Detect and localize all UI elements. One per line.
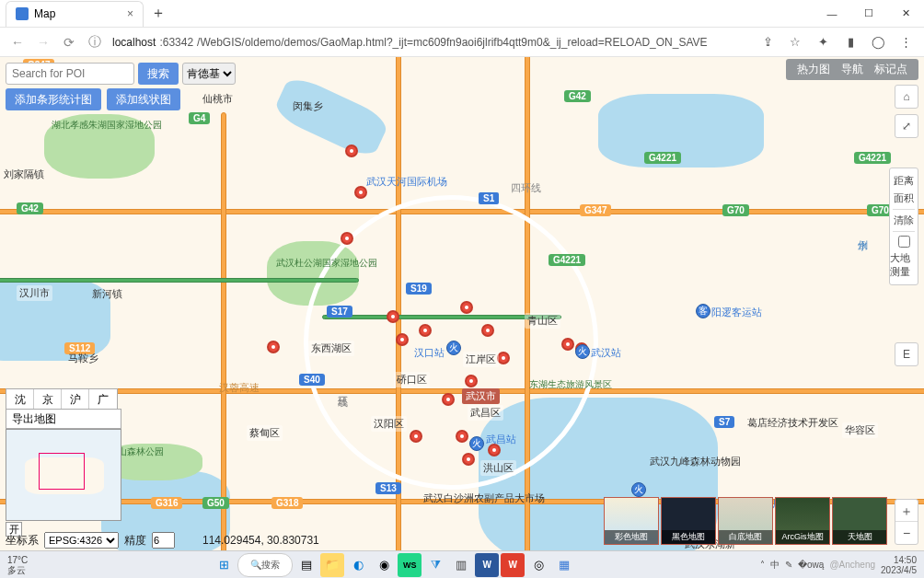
wps-icon[interactable]: W bbox=[501, 553, 525, 577]
fullscreen-button[interactable]: ⤢ bbox=[895, 114, 918, 138]
app2-icon[interactable]: ◎ bbox=[526, 553, 550, 577]
label-wuchang-sta: 武昌站 bbox=[486, 433, 516, 446]
crs-select[interactable]: EPSG:4326 bbox=[44, 532, 119, 549]
locate-button[interactable]: ⌂ bbox=[895, 85, 918, 109]
poi-marker[interactable] bbox=[460, 301, 473, 314]
label-qingshan: 青山区 bbox=[525, 313, 560, 329]
label-caidian: 蔡甸区 bbox=[247, 425, 283, 441]
poi-marker[interactable] bbox=[419, 324, 432, 337]
search-button[interactable]: 搜索 bbox=[138, 63, 179, 85]
label-airport: 武汉天河国际机场 bbox=[366, 175, 447, 189]
poi-marker[interactable] bbox=[465, 375, 478, 387]
close-window-button[interactable]: ✕ bbox=[887, 0, 924, 28]
basemap-dark[interactable]: 黑色地图 bbox=[661, 497, 716, 545]
edge-icon[interactable]: ◐ bbox=[346, 553, 370, 577]
export-map-button[interactable]: 导出地图 bbox=[6, 409, 121, 429]
explorer-icon[interactable]: 📁 bbox=[320, 553, 344, 577]
search-input[interactable] bbox=[6, 63, 134, 85]
city-tab-shenyang[interactable]: 沈 bbox=[6, 389, 34, 410]
measure-area[interactable]: 面积 bbox=[894, 190, 914, 207]
station-hankou[interactable]: 火 bbox=[446, 341, 461, 355]
city-tab-beijing[interactable]: 京 bbox=[34, 389, 62, 410]
top-nav: 热力图 导航 标记点 bbox=[786, 59, 918, 80]
poi-marker[interactable] bbox=[387, 310, 399, 323]
basemap-color[interactable]: 彩色地图 bbox=[604, 497, 659, 545]
word-icon[interactable]: W bbox=[475, 553, 499, 577]
label-liujiage: 刘家隔镇 bbox=[4, 168, 44, 181]
poi-marker[interactable] bbox=[354, 186, 367, 199]
station-transfer[interactable]: 火 bbox=[631, 482, 646, 497]
reader-icon[interactable]: ▮ bbox=[841, 35, 860, 49]
site-info-icon[interactable]: ⓘ bbox=[87, 34, 103, 51]
add-line-feature-button[interactable]: 添加线状图 bbox=[107, 88, 180, 110]
zoom-out-button[interactable]: − bbox=[895, 522, 918, 544]
poi-marker[interactable] bbox=[462, 453, 475, 466]
minimize-button[interactable]: — bbox=[814, 0, 850, 28]
bus-station-yangluo[interactable]: 客 bbox=[696, 304, 710, 318]
nav-heatmap[interactable]: 热力图 bbox=[797, 62, 830, 77]
wifi-icon[interactable]: �ową bbox=[798, 560, 824, 570]
taskbar-search[interactable]: 🔍 搜索 bbox=[237, 553, 293, 577]
webstorm-icon[interactable]: WS bbox=[398, 553, 422, 577]
shield-g316: G316 bbox=[151, 497, 182, 509]
poi-marker[interactable] bbox=[442, 393, 455, 406]
start-button[interactable]: ⊞ bbox=[212, 553, 236, 577]
poi-marker[interactable] bbox=[396, 333, 409, 346]
precision-input[interactable] bbox=[152, 532, 175, 549]
weather-widget[interactable]: 17°C多云 bbox=[7, 555, 28, 575]
tray-icon[interactable]: ✎ bbox=[785, 560, 792, 570]
overview-map[interactable] bbox=[6, 429, 121, 521]
poi-marker[interactable] bbox=[456, 430, 468, 443]
measure-distance[interactable]: 距离 bbox=[894, 172, 914, 190]
basemap-light[interactable]: 白底地图 bbox=[718, 497, 773, 545]
share-icon[interactable]: ⇪ bbox=[758, 35, 777, 49]
profile-icon[interactable]: ◯ bbox=[869, 35, 887, 49]
url-field[interactable]: localhost:63342/WebGIS/oldemo/demos/GaoM… bbox=[112, 36, 749, 49]
clock-time[interactable]: 14:50 bbox=[881, 555, 917, 565]
vscode-icon[interactable]: ⧩ bbox=[423, 553, 447, 577]
label-xian: 仙桃市 bbox=[202, 92, 233, 106]
nav-marker[interactable]: 标记点 bbox=[874, 62, 907, 77]
poi-marker[interactable] bbox=[410, 430, 422, 443]
tray-chevron-icon[interactable]: ˄ bbox=[760, 560, 765, 570]
city-tab-shanghai[interactable]: 沪 bbox=[62, 389, 89, 410]
extensions-icon[interactable]: ✦ bbox=[814, 35, 832, 49]
east-orientation-button[interactable]: E bbox=[895, 342, 918, 366]
browser-tab[interactable]: Map × bbox=[6, 1, 144, 27]
preset-select[interactable]: 肯德基 bbox=[182, 63, 236, 85]
bookmark-icon[interactable]: ☆ bbox=[786, 35, 804, 49]
close-tab-icon[interactable]: × bbox=[127, 7, 133, 20]
map-canvas[interactable]: G42 G4 G42 G4221 G4221 G70 G70 G347 G347… bbox=[0, 57, 924, 550]
geodesic-checkbox[interactable] bbox=[898, 236, 910, 248]
add-bar-chart-button[interactable]: 添加条形统计图 bbox=[6, 88, 101, 110]
app-icon[interactable]: ▥ bbox=[449, 553, 473, 577]
favicon-icon bbox=[16, 7, 29, 20]
app3-icon[interactable]: ▦ bbox=[552, 553, 576, 577]
task-view-icon[interactable]: ▤ bbox=[295, 553, 318, 577]
station-wuhan[interactable]: 火 bbox=[575, 344, 590, 359]
measure-clear[interactable]: 清除 bbox=[894, 212, 914, 229]
maximize-button[interactable]: ☐ bbox=[850, 0, 887, 28]
back-button[interactable]: ← bbox=[9, 35, 26, 50]
poi-marker[interactable] bbox=[497, 352, 510, 364]
station-wuchang[interactable]: 火 bbox=[469, 436, 484, 451]
chrome-icon[interactable]: ◉ bbox=[372, 553, 396, 577]
city-tab-guangzhou[interactable]: 广 bbox=[89, 389, 117, 410]
poi-marker[interactable] bbox=[345, 144, 358, 157]
forward-button[interactable]: → bbox=[35, 35, 52, 50]
label-hankou-sta: 汉口站 bbox=[414, 346, 445, 360]
basemap-tianditu[interactable]: 天地图 bbox=[832, 497, 887, 545]
menu-icon[interactable]: ⋮ bbox=[896, 35, 915, 49]
zoom-in-button[interactable]: ＋ bbox=[895, 500, 918, 522]
poi-marker[interactable] bbox=[267, 341, 280, 353]
basemap-arcgis[interactable]: ArcGis地图 bbox=[775, 497, 830, 545]
poi-marker[interactable] bbox=[341, 232, 353, 245]
new-tab-button[interactable]: ＋ bbox=[147, 3, 169, 25]
poi-marker[interactable] bbox=[561, 338, 574, 351]
poi-marker[interactable] bbox=[481, 324, 494, 337]
shield-s40: S40 bbox=[299, 374, 325, 386]
nav-route[interactable]: 导航 bbox=[841, 62, 863, 77]
reload-button[interactable]: ⟳ bbox=[61, 35, 77, 50]
ime-indicator[interactable]: 中 bbox=[770, 559, 780, 572]
shield-s1: S1 bbox=[479, 192, 499, 204]
